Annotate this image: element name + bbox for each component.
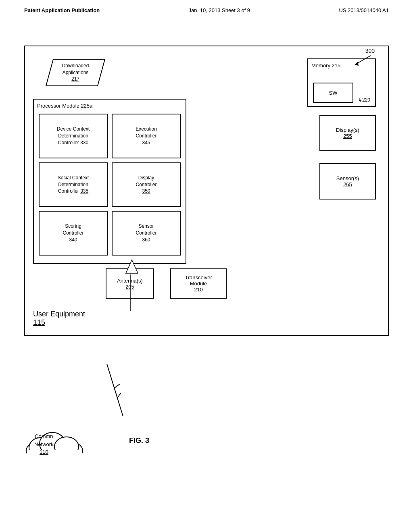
antenna-symbol [124, 259, 140, 275]
sensor-controller-ref: 360 [142, 237, 150, 243]
displays-label: Display(s) [336, 127, 359, 133]
cloud-group: CommnNetwork 110 [22, 420, 87, 466]
lightning-bolt-line [99, 364, 147, 416]
svg-marker-3 [126, 260, 138, 273]
date-sheet-label: Jan. 10, 2013 Sheet 3 of 9 [189, 7, 250, 13]
sensors-label: Sensor(s) [336, 175, 359, 181]
device-context-ref: 330 [80, 140, 88, 145]
sw-box: SW [313, 83, 353, 103]
svg-line-7 [117, 393, 121, 398]
downloaded-apps-shape: Downloaded Applications 217 [45, 58, 106, 87]
sensor-controller-box: SensorController360 [112, 211, 181, 256]
scoring-ref: 340 [69, 237, 77, 243]
transceiver-ref: 210 [194, 287, 203, 293]
antenna-line [127, 274, 135, 311]
sw-ref-label: ↳220 [358, 97, 370, 103]
svg-line-5 [107, 364, 123, 416]
execution-controller-box: ExecutionController345 [112, 114, 181, 158]
social-context-controller-box: Social ContextDeterminationController 33… [39, 162, 108, 207]
network-label: CommnNetwork 110 [34, 432, 54, 456]
publication-label: Patent Application Publication [24, 7, 100, 13]
ue-ref: 115 [33, 318, 85, 327]
scoring-controller-box: ScoringController340 [39, 211, 108, 256]
processor-label: Processor Module 225a [37, 103, 182, 109]
processor-box: Processor Module 225a Device ContextDete… [33, 99, 186, 264]
page-header: Patent Application Publication Jan. 10, … [0, 0, 413, 17]
sensors-ref: 265 [343, 181, 352, 187]
social-context-ref: 335 [80, 188, 88, 194]
cloud-shape [22, 420, 87, 465]
displays-box: Display(s) 255 [319, 115, 376, 151]
network-ref: 110 [40, 449, 48, 455]
display-controller-box: DisplayController350 [112, 162, 181, 207]
downloaded-apps-label: Downloaded Applications 217 [62, 62, 89, 83]
display-controller-ref: 350 [142, 188, 150, 194]
memory-box: Memory 215 SW ↳220 [307, 58, 376, 107]
display-controller-label: DisplayController [136, 175, 156, 187]
execution-label: ExecutionController [136, 126, 157, 139]
ue-label-group: User Equipment 115 [33, 310, 85, 327]
sensors-box: Sensor(s) 265 [319, 163, 376, 200]
diagram-area: 300 Downloaded Applications 217 Memory 2… [0, 46, 413, 336]
transceiver-box: TransceiverModule 210 [170, 268, 227, 299]
fig-label: FIG. 3 [129, 436, 149, 445]
sensor-controller-label: SensorController [136, 223, 156, 236]
outer-device-box: Downloaded Applications 217 Memory 215 S… [24, 46, 389, 336]
svg-line-6 [114, 384, 120, 388]
controllers-grid: Device ContextDeterminationController 33… [37, 112, 182, 257]
ue-label: User Equipment [33, 310, 85, 318]
scoring-label: ScoringController [63, 223, 83, 236]
displays-ref: 255 [343, 133, 352, 139]
transceiver-label: TransceiverModule [185, 274, 212, 287]
device-context-controller-box: Device ContextDeterminationController 33… [39, 114, 108, 158]
execution-ref: 345 [142, 140, 150, 145]
memory-label: Memory 215 [311, 62, 372, 69]
patent-number-label: US 2013/0014040 A1 [339, 7, 389, 13]
